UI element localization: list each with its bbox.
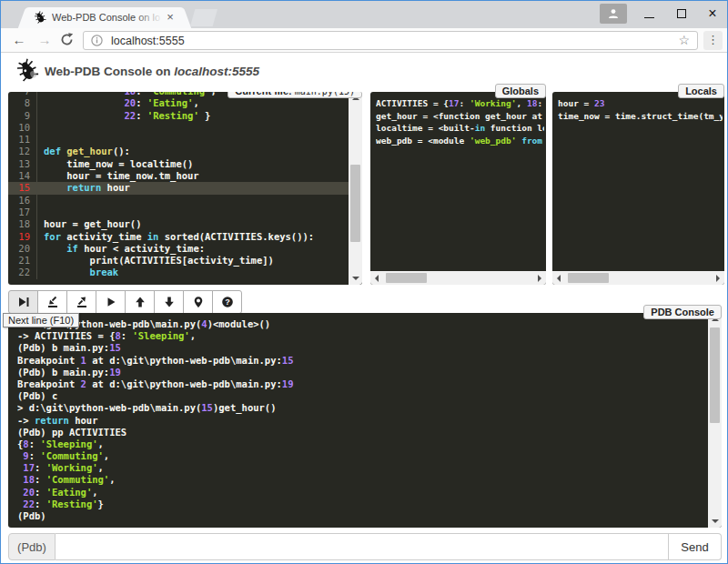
code-token: ACTIVITIES = { [376, 98, 449, 108]
maximize-button[interactable] [669, 1, 694, 26]
code-token [44, 92, 125, 96]
line-number[interactable]: 16 [8, 195, 37, 206]
code-text: 22: 'Resting' } [37, 110, 210, 122]
console-line: 9: 'Commuting', [17, 450, 707, 462]
step-into-button[interactable] [37, 290, 67, 314]
line-number[interactable]: 21 [8, 255, 37, 267]
code-token [44, 97, 125, 108]
browser-titlebar: Web-PDB Console on lo × × [1, 1, 727, 28]
step-out-button[interactable] [66, 290, 96, 314]
console-line: 20: 'Eating', [17, 487, 707, 499]
browser-tab[interactable]: Web-PDB Console on lo × [28, 7, 181, 28]
code-token: 20 [23, 487, 35, 498]
console-vscrollbar[interactable] [708, 313, 722, 528]
code-token: get_hour = <function get_hour at [376, 111, 544, 121]
editor-line-9: 9 22: 'Resting' } [8, 110, 349, 122]
line-number[interactable]: 17 [8, 206, 37, 218]
code-token: hour = time_now.tm_hour [44, 170, 199, 181]
bookmark-star-icon[interactable]: ☆ [678, 33, 690, 47]
forward-button[interactable]: → [34, 30, 56, 50]
pdb-prompt-label: (Pdb) [8, 533, 56, 560]
code-token: , [516, 98, 526, 108]
code-token: function localtime> [485, 123, 544, 133]
globals-hscrollbar[interactable] [370, 271, 546, 285]
pdb-console-label: PDB Console [643, 305, 722, 319]
line-number[interactable]: 9 [8, 110, 37, 122]
editor-vscroll-thumb[interactable] [350, 165, 360, 242]
web-pdb-page: Web-PDB Console on localhost:5555 Curren… [1, 53, 727, 564]
locals-lines: hour = 23time_now = time.struct_time(tm_… [558, 97, 723, 270]
code-token: > d:\git\python-web-pdb\main.py( [17, 402, 201, 413]
continue-button[interactable] [96, 290, 126, 314]
tab-title-fade [134, 9, 163, 26]
code-token: -> ACTIVITIES = { [17, 330, 115, 341]
editor-line-16: 16 [8, 195, 349, 206]
scroll-left-arrow[interactable] [370, 271, 384, 285]
url-text: localhost:5555 [111, 35, 185, 47]
help-button[interactable]: ? [212, 290, 242, 314]
console-lines: > d:\git\python-web-pdb\main.py(4)<modul… [17, 318, 707, 524]
browser-window: Web-PDB Console on lo × × ← → [0, 0, 728, 564]
line-number[interactable]: 10 [8, 122, 37, 134]
code-token: , [92, 487, 97, 498]
line-number[interactable]: 12 [8, 146, 37, 157]
line-number[interactable]: 20 [8, 243, 37, 255]
code-token: hour = [558, 98, 594, 108]
locals-hscroll-thumb[interactable] [568, 273, 609, 283]
scroll-right-arrow[interactable] [532, 271, 546, 285]
code-text: time_now = localtime() [37, 158, 193, 170]
breakpoint-line-number[interactable]: 19 [8, 231, 37, 243]
code-token: (Pdb) c [17, 390, 57, 401]
globals-hscroll-thumb[interactable] [386, 273, 427, 283]
send-button[interactable]: Send [669, 533, 722, 560]
code-token: 23 [594, 98, 604, 108]
line-number[interactable]: 13 [8, 158, 37, 170]
scroll-right-arrow[interactable] [711, 271, 724, 285]
pdb-console-panel: PDB Console > d:\git\python-web-pdb\main… [8, 313, 722, 528]
close-window-icon: × [708, 5, 716, 22]
info-icon[interactable] [91, 35, 103, 46]
debug-toolbar: ? [8, 290, 242, 314]
locals-hscrollbar[interactable] [552, 271, 724, 285]
code-token: 15 [109, 342, 121, 353]
code-token: 'Working' [46, 462, 98, 473]
console-line: 17: 'Working', [17, 462, 707, 474]
reload-button[interactable] [59, 32, 75, 51]
browser-menu-button[interactable]: ⋮ [703, 31, 723, 50]
code-token: 17 [449, 98, 459, 108]
new-tab-button[interactable] [190, 9, 217, 26]
current-file-label-prefix: Current file: [235, 92, 291, 96]
editor-vscrollbar[interactable] [349, 92, 362, 285]
arrow-down-icon [163, 296, 176, 308]
editor-line-14: 14 hour = time_now.tm_hour [8, 170, 349, 182]
line-number[interactable]: 22 [8, 267, 37, 278]
line-number[interactable]: 8 [8, 97, 37, 109]
scroll-down-arrow[interactable] [349, 271, 362, 285]
command-input[interactable] [56, 533, 669, 560]
code-token: get_hour [66, 146, 113, 156]
breakpoint-line-number[interactable]: 15 [8, 182, 37, 194]
code-text [37, 122, 44, 134]
profile-button[interactable] [600, 4, 627, 24]
code-token: , [190, 330, 196, 341]
close-window-button[interactable]: × [700, 1, 725, 26]
scroll-left-arrow[interactable] [552, 271, 566, 285]
back-button[interactable]: ← [8, 30, 30, 50]
line-number[interactable]: 11 [8, 134, 37, 146]
code-token [44, 182, 66, 193]
line-number[interactable]: 14 [8, 170, 37, 182]
address-bar[interactable]: localhost:5555 ☆ [83, 31, 698, 50]
frame-down-button[interactable] [154, 290, 184, 314]
minimize-button[interactable] [636, 1, 662, 26]
console-line: 18: 'Commuting', [17, 474, 707, 486]
scroll-down-arrow[interactable] [708, 514, 722, 528]
next-line-button[interactable] [8, 290, 38, 314]
code-token: 'Commuting' [147, 92, 211, 96]
code-token: from [521, 136, 542, 146]
where-button[interactable] [183, 290, 213, 314]
line-number[interactable]: 18 [8, 218, 37, 230]
frame-up-button[interactable] [125, 290, 155, 314]
code-token: , [210, 92, 216, 96]
tab-close-icon[interactable]: × [163, 10, 177, 25]
console-vscroll-thumb[interactable] [710, 327, 720, 423]
